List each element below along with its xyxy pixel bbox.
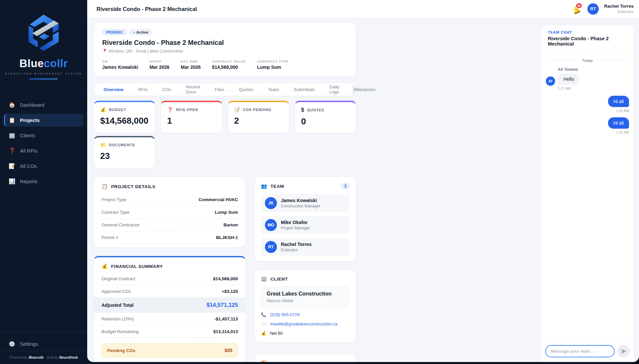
tab-team[interactable]: Team [261, 83, 286, 96]
money-bag-icon: 💰 [100, 107, 106, 112]
app-panel: Riverside Condo - Phase 2 Mechanical 🔔 8… [87, 0, 639, 362]
panel-title: FINANCIAL SUMMARY [111, 264, 163, 269]
stat-label: BUDGET [109, 108, 126, 112]
bluecollr-logo-icon [24, 13, 63, 53]
meta-label: CM [102, 60, 138, 63]
sidebar: Bluecollr OPERATIONS MANAGEMENT SYSTEM 🏠… [0, 0, 87, 364]
sidebar-item-label: Clients [20, 133, 35, 138]
tab-recent-docs[interactable]: Recent Docs [179, 83, 208, 96]
paper-plane-icon [621, 349, 626, 354]
chat-day-divider: Today [546, 59, 629, 62]
tab-submittals[interactable]: Submittals [286, 83, 322, 96]
stat-label: DOCUMENTS [109, 143, 135, 147]
sidebar-item-projects[interactable]: 📋 Projects [4, 114, 83, 127]
stat-value: 0 [301, 116, 350, 127]
stat-label: QUOTES [307, 108, 324, 112]
notifications-button[interactable]: 🔔 86 [572, 4, 582, 14]
chat-header: TEAM CHAT Riverside Condo - Phase 2 Mech… [541, 25, 634, 51]
sidebar-item-clients[interactable]: 🏢 Clients [4, 129, 83, 142]
panel-title: PROJECT DETAILS [111, 184, 155, 189]
client-company: Great Lakes Construction [267, 291, 344, 297]
project-header-card: PR26001 •Active Riverside Condo - Phase … [94, 23, 356, 77]
sidebar-item-label: All COs [20, 163, 37, 169]
tab-milestones[interactable]: Milestones [346, 83, 383, 96]
stat-card-rfis-open: ❓ RFIS OPEN 1 [161, 101, 222, 133]
member-role: Project Manager [281, 226, 310, 230]
detail-value: Commercial HVAC [199, 197, 238, 202]
logo-tagline: OPERATIONS MANAGEMENT SYSTEM [0, 72, 87, 75]
meta-label: CONTRACT TYPE [257, 60, 288, 63]
meta-cm: CM James Kowalski [102, 60, 138, 70]
sidebar-item-reports[interactable]: 📊 Reports [4, 175, 83, 188]
tab-cos[interactable]: COs [155, 83, 179, 96]
question-icon: ❓ [9, 148, 15, 154]
brand-text: Bluecollr [29, 355, 44, 359]
detail-row-contract-type: Contract Type Lump Sum [102, 206, 238, 219]
send-button[interactable] [617, 345, 630, 357]
tab-overview[interactable]: Overview [96, 83, 131, 96]
money-bag-icon: 💰 [102, 263, 108, 269]
tab-files[interactable]: Files [207, 83, 232, 96]
right-sub-column: 👥 TEAM 3 JK James Kowalski Construction … [255, 177, 356, 362]
team-card: 👥 TEAM 3 JK James Kowalski Construction … [255, 177, 356, 262]
chat-message-outgoing: Hi ali 1:31 AM [546, 96, 629, 113]
project-code-badge: PR26001 [102, 29, 127, 36]
money-bag-icon: 💰 [261, 331, 266, 336]
chat-message-outgoing: Hi ali 1:31 AM [546, 117, 629, 134]
message-bubble: Hello [558, 73, 580, 85]
tab-quotes[interactable]: Quotes [232, 83, 261, 96]
stat-label: COS PENDING [243, 108, 272, 112]
meta-value: Lump Sum [257, 64, 288, 70]
user-avatar[interactable]: RT [587, 3, 599, 15]
footer-separator: · [45, 355, 46, 359]
project-title: Riverside Condo - Phase 2 Mechanical [102, 39, 348, 47]
meta-start: START Mar 2026 [149, 60, 169, 70]
user-meta: Rachel Torres Estimator [604, 4, 634, 14]
partial-card: 🏗️ [255, 354, 356, 362]
financial-row-retention: Retention (10%) -$1,457,113 [102, 313, 238, 325]
message-bubble: Hi ali [608, 117, 629, 129]
meta-value: Mar 2026 [181, 64, 201, 70]
powered-by-text: Powered by [9, 355, 28, 359]
client-phone-link[interactable]: (519) 555-0729 [270, 312, 300, 317]
team-member-row: MO Mike Okafor Project Manager [261, 216, 350, 234]
sidebar-item-all-cos[interactable]: 📝 All COs [4, 160, 83, 173]
tab-daily-logs[interactable]: Daily Logs [322, 83, 346, 96]
client-phone-row: 📞 (519) 555-0729 [261, 312, 350, 317]
financial-value: $14,568,000 [213, 276, 238, 281]
sidebar-item-label: All RFIs [20, 148, 38, 154]
sidebar-item-all-rfis[interactable]: ❓ All RFIs [4, 144, 83, 157]
user-role: Estimator [604, 9, 634, 14]
chat-message-input[interactable] [545, 345, 615, 357]
building-icon: 🏢 [261, 276, 267, 282]
member-name: James Kowalski [281, 198, 320, 203]
stat-card-quotes: $ QUOTES 0 [295, 101, 356, 133]
message-time: 1:31 AM [616, 130, 629, 134]
meta-label: EST. END [181, 60, 201, 63]
project-meta-row: CM James Kowalski START Mar 2026 EST. EN… [102, 60, 348, 70]
sidebar-item-settings[interactable]: ⚙️ Settings [0, 337, 87, 351]
detail-row-permit: Permit # BLJKSH-1 [102, 231, 238, 244]
team-chat-panel: TEAM CHAT Riverside Condo - Phase 2 Mech… [541, 25, 634, 362]
meta-label: START [149, 60, 169, 63]
detail-label: Project Type [102, 197, 126, 202]
built-by-text: Built by [47, 355, 58, 359]
member-name: Rachel Torres [281, 242, 312, 247]
gear-icon: ⚙️ [9, 341, 15, 347]
financial-value: $13,114,013 [213, 329, 238, 334]
folder-icon: 📁 [100, 142, 106, 148]
stat-value: $14,568,000 [100, 116, 149, 126]
client-email-link[interactable]: mwebb@greatlakesconstruction.ca [270, 321, 337, 326]
meta-value: Mar 2026 [149, 64, 169, 70]
detail-label: Contract Type [102, 210, 129, 215]
tab-rfis[interactable]: RFIs [131, 83, 155, 96]
question-icon: ❓ [167, 107, 173, 112]
financial-label: Budget Remaining [102, 329, 138, 334]
sidebar-item-dashboard[interactable]: 🏠 Dashboard [4, 98, 83, 111]
topbar: Riverside Condo - Phase 2 Mechanical 🔔 8… [87, 0, 639, 18]
client-card: 🏢 CLIENT Great Lakes Construction Marcus… [255, 270, 356, 343]
tabs-scrollbar[interactable] [353, 85, 354, 94]
meta-label: CONTRACT VALUE [212, 60, 246, 63]
member-role: Estimator [281, 248, 312, 252]
chat-message-incoming: Ali Younes Hello AY 1:27 AM [546, 67, 629, 90]
